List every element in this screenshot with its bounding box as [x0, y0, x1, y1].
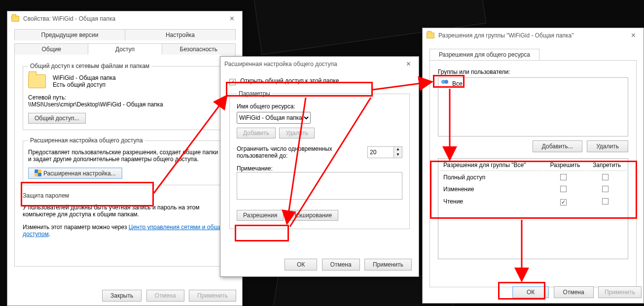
share-folder-row: Открыть общий доступ к этой папке — [229, 77, 410, 85]
allow-change-checkbox[interactable] — [560, 186, 567, 192]
folder-icon — [427, 33, 434, 38]
network-share-legend: Общий доступ к сетевым файлам и папкам — [28, 63, 151, 69]
network-share-fieldset: Общий доступ к сетевым файлам и папкам W… — [23, 63, 227, 130]
perm-read-label: Чтение — [439, 196, 543, 207]
permissions-window: Разрешения для группы "WiFiGid - Общая п… — [422, 28, 644, 304]
folder-icon — [11, 16, 19, 22]
tab-previous-versions[interactable]: Предыдущие версии — [14, 29, 125, 40]
tab-general[interactable]: Общие — [14, 43, 88, 55]
tab-panel: Группы или пользователи: Все Добавить...… — [429, 61, 637, 287]
permissions-table: Разрешения для группы "Все" Разрешить За… — [438, 158, 628, 259]
cancel-button[interactable]: Отмена — [554, 286, 594, 298]
cancel-button[interactable]: Отмена — [146, 290, 184, 302]
spinner-down-icon[interactable]: ▼ — [394, 152, 402, 158]
allow-read-checkbox[interactable] — [560, 199, 567, 205]
cancel-button[interactable]: Отмена — [322, 259, 360, 271]
footer-buttons: ОК Отмена Применить — [282, 259, 412, 271]
add-user-button[interactable]: Добавить... — [533, 140, 582, 152]
tab-security[interactable]: Безопасность — [162, 43, 236, 55]
apply-button[interactable]: Применить — [189, 290, 236, 302]
advanced-settings-label: Расширенная настройка... — [43, 170, 116, 177]
share-button[interactable]: Общий доступ... — [28, 113, 86, 124]
advanced-sharing-window: Расширенная настройка общего доступа × О… — [220, 56, 419, 277]
advanced-share-fieldset: Расширенная настройка общего доступа Пре… — [23, 137, 227, 185]
advanced-share-text: Предоставляет пользовательские разрешени… — [28, 149, 221, 163]
share-folder-checkbox[interactable] — [229, 79, 236, 85]
params-fieldset: Параметры Имя общего ресурса: WiFiGid - … — [229, 90, 410, 229]
apply-button[interactable]: Применить — [598, 286, 642, 298]
share-name-label: Имя общего ресурса: — [237, 103, 402, 110]
advanced-share-legend: Расширенная настройка общего доступа — [28, 137, 145, 144]
limit-input[interactable] — [367, 146, 394, 158]
caching-button[interactable]: Кэширование — [288, 210, 338, 221]
perm-full-label: Полный доступ — [439, 172, 543, 183]
shared-folder-name: WiFiGid - Общая папка — [53, 74, 116, 81]
close-icon[interactable]: × — [226, 13, 238, 24]
close-icon[interactable]: × — [627, 30, 640, 41]
apply-button[interactable]: Применить — [364, 259, 412, 271]
spinner-up-icon[interactable]: ▲ — [394, 147, 402, 152]
tab-panel: Общий доступ к сетевым файлам и папкам W… — [14, 55, 235, 267]
remove-button[interactable]: Удалить — [279, 128, 315, 138]
deny-read-checkbox[interactable] — [602, 198, 608, 204]
deny-change-checkbox[interactable] — [602, 186, 608, 192]
window-title: Расширенная настройка общего доступа — [224, 61, 337, 68]
window-title: Свойства: WiFiGid - Общая папка — [23, 15, 115, 22]
permissions-button[interactable]: Разрешения — [237, 210, 284, 221]
password-protect-legend: Защита паролем — [21, 192, 71, 199]
shield-icon — [35, 170, 41, 176]
titlebar[interactable]: Расширенная настройка общего доступа × — [220, 57, 419, 71]
perm-row-full: Полный доступ — [439, 172, 627, 183]
perm-row-change: Изменение — [439, 184, 627, 195]
tab-sharing[interactable]: Доступ — [88, 43, 162, 55]
users-listbox[interactable]: Все — [438, 77, 628, 136]
tab-customize[interactable]: Настройка — [125, 29, 236, 40]
password-link-prefix: Изменить этот параметр можно через — [23, 224, 129, 231]
network-path: \\MSI\Users\cmipr\Desktop\WiFiGid - Обща… — [28, 101, 221, 108]
close-button[interactable]: Закрыть — [102, 290, 142, 302]
col-allow: Разрешить — [544, 160, 586, 171]
add-button[interactable]: Добавить — [237, 128, 276, 138]
ok-button[interactable]: ОК — [285, 259, 317, 271]
password-protect-fieldset: Защита паролем У пользователей должны бы… — [23, 192, 227, 243]
allow-full-checkbox[interactable] — [560, 174, 567, 180]
tab-share-permissions[interactable]: Разрешения для общего ресурса — [429, 49, 539, 60]
network-path-label: Сетевой путь: — [28, 94, 221, 101]
titlebar[interactable]: Разрешения для группы "WiFiGid - Общая п… — [423, 28, 644, 43]
users-icon — [441, 80, 450, 87]
note-textarea[interactable] — [237, 172, 402, 200]
user-all-label: Все — [452, 80, 463, 87]
advanced-settings-button[interactable]: Расширенная настройка... — [28, 168, 122, 179]
groups-label: Группы или пользователи: — [438, 68, 628, 75]
properties-window: Свойства: WiFiGid - Общая папка × Предыд… — [7, 11, 243, 306]
limit-spinner[interactable]: ▲ ▼ — [367, 146, 402, 158]
note-label: Примечание: — [237, 165, 402, 172]
params-legend: Параметры — [237, 90, 272, 97]
password-protect-text: У пользователей должны быть учетная запи… — [23, 204, 227, 218]
folder-large-icon — [28, 74, 46, 88]
ok-button[interactable]: ОК — [512, 286, 549, 298]
perm-change-label: Изменение — [439, 184, 543, 195]
titlebar[interactable]: Свойства: WiFiGid - Общая папка × — [7, 11, 242, 26]
close-icon[interactable]: × — [402, 59, 415, 69]
perm-header: Разрешения для группы "Все" — [439, 160, 543, 171]
window-title: Разрешения для группы "WiFiGid - Общая п… — [438, 32, 573, 39]
limit-label: Ограничить число одновременных пользоват… — [237, 145, 361, 159]
password-link-line: Изменить этот параметр можно через Центр… — [23, 224, 227, 238]
col-deny: Запретить — [587, 160, 627, 171]
user-entry-all[interactable]: Все — [441, 80, 625, 87]
footer-buttons: Закрыть Отмена Применить — [99, 290, 236, 302]
share-name-input[interactable]: WiFiGid - Общая папка — [237, 112, 311, 124]
share-folder-label: Открыть общий доступ к этой папке — [240, 77, 339, 84]
remove-user-button[interactable]: Удалить — [587, 140, 628, 152]
deny-full-checkbox[interactable] — [602, 174, 608, 180]
footer-buttons: ОК Отмена Применить — [509, 286, 642, 298]
share-state: Есть общий доступ — [53, 81, 116, 88]
perm-row-read: Чтение — [439, 196, 627, 207]
